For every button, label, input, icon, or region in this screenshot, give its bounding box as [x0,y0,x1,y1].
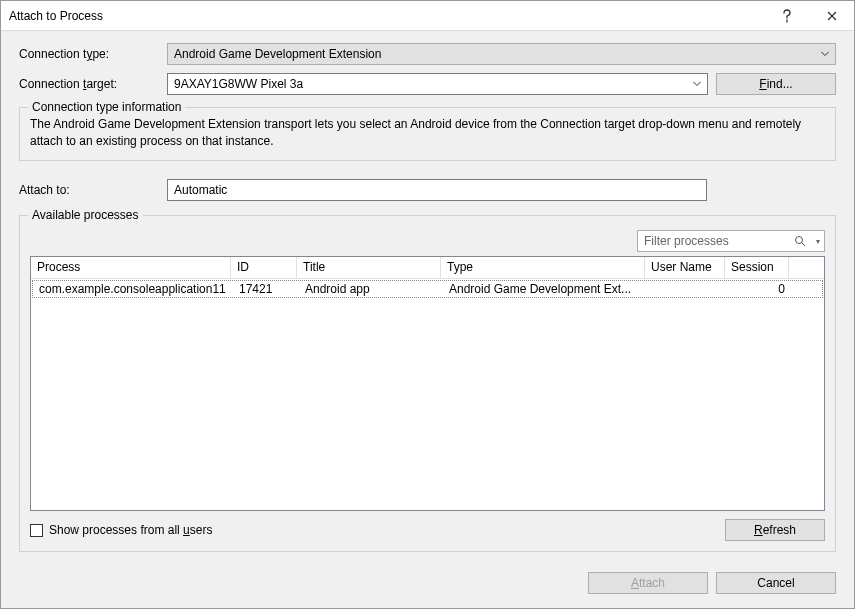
cell-session: 0 [727,281,791,297]
btn-text: efresh [763,523,796,537]
chevron-down-icon [693,82,701,87]
attach-to-value: Automatic [174,183,227,197]
connection-target-row: Connection target: 9AXAY1G8WW Pixel 3a F… [19,73,836,95]
titlebar: Attach to Process [1,1,854,31]
btn-text: ttach [639,576,665,590]
show-all-users-label: Show processes from all users [49,523,212,537]
filter-processes-input[interactable]: Filter processes ▾ [637,230,825,252]
label-text: Connection t [19,47,86,61]
cancel-button[interactable]: Cancel [716,572,836,594]
help-icon [782,9,792,23]
dialog-title: Attach to Process [9,9,764,23]
processes-grid[interactable]: Process ID Title Type User Name Session … [30,256,825,511]
connection-type-label: Connection type: [19,47,159,61]
btn-accel: R [754,523,763,537]
connection-type-combo[interactable]: Android Game Development Extension [167,43,836,65]
cell-title: Android app [299,281,443,297]
close-button[interactable] [809,1,854,31]
close-icon [827,11,837,21]
label-text: Connection [19,77,83,91]
svg-line-1 [802,243,805,246]
btn-text: ind... [767,77,793,91]
connection-target-value: 9AXAY1G8WW Pixel 3a [174,77,303,91]
col-user[interactable]: User Name [645,257,725,278]
table-row[interactable]: com.example.consoleapplication11 17421 A… [32,280,823,298]
cell-process: com.example.consoleapplication11 [33,281,233,297]
cell-user [647,281,727,297]
find-button[interactable]: Find... [716,73,836,95]
connection-type-row: Connection type: Android Game Developmen… [19,43,836,65]
grid-header: Process ID Title Type User Name Session [31,257,824,279]
connection-target-label: Connection target: [19,77,159,91]
connection-info-group: Connection type information The Android … [19,107,836,161]
dialog-footer: Attach Cancel [1,562,854,608]
search-icon [794,235,806,247]
btn-accel: A [631,576,639,590]
btn-accel: F [759,77,766,91]
attach-to-field[interactable]: Automatic [167,179,707,201]
filter-row: Filter processes ▾ [30,230,825,252]
dialog-content: Connection type: Android Game Developmen… [1,31,854,562]
available-processes-legend: Available processes [28,208,143,222]
connection-type-value: Android Game Development Extension [174,47,381,61]
connection-info-legend: Connection type information [28,100,185,114]
col-type[interactable]: Type [441,257,645,278]
attach-to-process-dialog: Attach to Process Connection type: Andro… [0,0,855,609]
attach-button[interactable]: Attach [588,572,708,594]
chevron-down-icon [821,52,829,57]
col-title[interactable]: Title [297,257,441,278]
connection-target-combo[interactable]: 9AXAY1G8WW Pixel 3a [167,73,708,95]
refresh-button[interactable]: Refresh [725,519,825,541]
col-id[interactable]: ID [231,257,297,278]
cell-type: Android Game Development Ext... [443,281,647,297]
chevron-down-icon[interactable]: ▾ [816,236,820,245]
label-accel: u [183,523,190,537]
attach-to-label: Attach to: [19,183,159,197]
connection-info-text: The Android Game Development Extension t… [30,116,825,150]
help-button[interactable] [764,1,809,31]
btn-text: Cancel [757,576,794,590]
processes-bottom-row: Show processes from all users Refresh [30,519,825,541]
label-text: arget: [86,77,117,91]
col-session[interactable]: Session [725,257,789,278]
show-all-users-checkbox[interactable] [30,524,43,537]
attach-to-row: Attach to: Automatic [19,179,836,201]
label-text: sers [190,523,213,537]
label-text: pe: [92,47,109,61]
available-processes-group: Available processes Filter processes ▾ P… [19,215,836,552]
svg-point-0 [796,236,803,243]
filter-placeholder: Filter processes [644,234,729,248]
label-text: Show processes from all [49,523,183,537]
cell-id: 17421 [233,281,299,297]
col-process[interactable]: Process [31,257,231,278]
